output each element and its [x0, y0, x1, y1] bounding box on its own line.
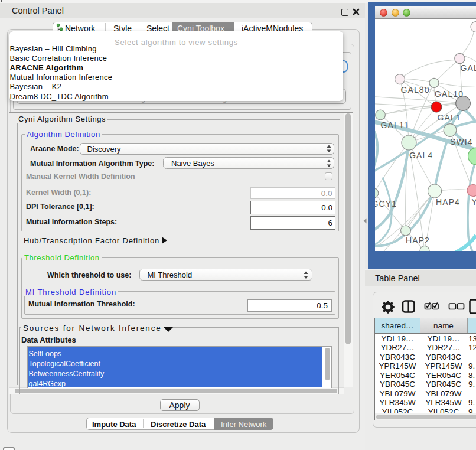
svg-text:GAL2: GAL2	[461, 63, 476, 73]
svg-text:GAL11: GAL11	[381, 120, 409, 129]
svg-text:GCY1: GCY1	[375, 198, 397, 208]
svg-text:HAP2: HAP2	[406, 236, 430, 245]
svg-text:GAL10: GAL10	[435, 89, 464, 98]
svg-text:SWI4: SWI4	[450, 137, 473, 146]
svg-text:GAL80: GAL80	[401, 84, 430, 94]
svg-text:YM: YM	[472, 197, 476, 207]
svg-text:GAL4: GAL4	[409, 151, 433, 160]
svg-text:GAL1: GAL1	[438, 113, 461, 122]
svg-text:HAP4: HAP4	[436, 197, 460, 207]
